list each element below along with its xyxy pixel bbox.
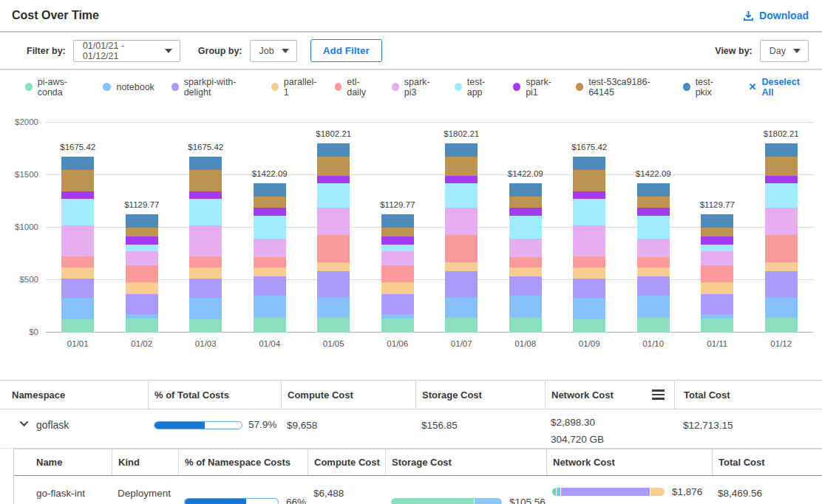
bar-segment-spark-pi3[interactable]: [445, 208, 478, 235]
bar-segment-notebook[interactable]: [637, 296, 670, 317]
bar-segment-spark-pi3[interactable]: [189, 225, 222, 256]
bar-segment-parallel-1[interactable]: [126, 282, 158, 294]
deselect-all-button[interactable]: ✕ Deselect All: [749, 77, 809, 98]
bar-segment-notebook[interactable]: [445, 297, 478, 318]
bar-segment-parallel-1[interactable]: [637, 268, 670, 276]
bar-segment-pi-aws-conda[interactable]: [637, 318, 670, 333]
bar-segment-spark-pi1[interactable]: [765, 176, 798, 183]
bar-segment-etl-daily[interactable]: [701, 265, 733, 282]
bar-segment-test-pkix[interactable]: [317, 143, 350, 157]
bar-segment-parallel-1[interactable]: [189, 268, 222, 278]
bar-segment-test-53ca9186-64145[interactable]: [381, 228, 414, 237]
bar-segment-test-app[interactable]: [637, 216, 670, 238]
bar-segment-pi-aws-conda[interactable]: [381, 319, 414, 333]
bar-segment-etl-daily[interactable]: [254, 257, 286, 268]
col-storage[interactable]: Storage Cost: [385, 449, 546, 475]
bar-segment-pi-aws-conda[interactable]: [573, 319, 605, 333]
collapse-chevron-icon[interactable]: [19, 420, 29, 427]
bar-segment-spark-pi1[interactable]: [637, 208, 670, 217]
bar-segment-test-53ca9186-64145[interactable]: [765, 157, 798, 176]
col-name[interactable]: Name: [14, 449, 112, 475]
bar-segment-test-app[interactable]: [254, 216, 286, 238]
bar-segment-spark-pi1[interactable]: [701, 236, 733, 245]
bar-segment-test-53ca9186-64145[interactable]: [317, 157, 350, 176]
bar-segment-parallel-1[interactable]: [445, 262, 478, 271]
add-filter-button[interactable]: Add Filter: [310, 39, 382, 62]
col-network[interactable]: Network Cost: [546, 449, 712, 475]
stacked-bar[interactable]: [189, 157, 222, 333]
bar-segment-sparkpi-with-delight[interactable]: [509, 276, 542, 296]
bar-segment-sparkpi-with-delight[interactable]: [61, 279, 94, 299]
bar-segment-test-pkix[interactable]: [254, 183, 286, 197]
stacked-bar[interactable]: [61, 157, 94, 333]
bar-segment-pi-aws-conda[interactable]: [317, 318, 350, 333]
legend-item-etl-daily[interactable]: etl-daily: [335, 77, 376, 98]
bar-segment-spark-pi1[interactable]: [61, 191, 94, 199]
bar-segment-spark-pi1[interactable]: [573, 191, 605, 199]
bar-segment-pi-aws-conda[interactable]: [189, 319, 222, 333]
bar-segment-parallel-1[interactable]: [61, 268, 94, 278]
bar-segment-pi-aws-conda[interactable]: [126, 319, 158, 333]
bar-segment-etl-daily[interactable]: [765, 235, 798, 262]
bar-segment-pi-aws-conda[interactable]: [765, 318, 798, 333]
bar-segment-notebook[interactable]: [509, 296, 542, 317]
stacked-bar[interactable]: [126, 214, 158, 333]
bar-segment-parallel-1[interactable]: [509, 268, 542, 276]
bar-segment-spark-pi1[interactable]: [317, 176, 350, 183]
bar-segment-test-pkix[interactable]: [381, 214, 414, 228]
bar-segment-etl-daily[interactable]: [381, 265, 414, 282]
bar-segment-test-pkix[interactable]: [61, 157, 94, 170]
bar-segment-test-app[interactable]: [573, 199, 605, 225]
bar-segment-etl-daily[interactable]: [61, 256, 94, 268]
bar-segment-test-pkix[interactable]: [189, 157, 222, 170]
bar-segment-pi-aws-conda[interactable]: [509, 318, 542, 333]
bar-segment-test-53ca9186-64145[interactable]: [445, 157, 478, 176]
bar-segment-test-53ca9186-64145[interactable]: [509, 197, 542, 208]
bar-segment-test-app[interactable]: [701, 245, 733, 251]
bar-segment-spark-pi3[interactable]: [765, 208, 798, 235]
bar-segment-test-app[interactable]: [765, 183, 798, 208]
bar-segment-etl-daily[interactable]: [189, 256, 222, 268]
bar-segment-notebook[interactable]: [317, 297, 350, 318]
stacked-bar[interactable]: [765, 143, 798, 333]
bar-segment-test-53ca9186-64145[interactable]: [254, 197, 286, 208]
stacked-bar[interactable]: [317, 143, 350, 333]
bar-segment-spark-pi3[interactable]: [701, 251, 733, 266]
legend-item-sparkpi-with-delight[interactable]: sparkpi-with-delight: [171, 77, 254, 98]
bar-segment-spark-pi3[interactable]: [61, 225, 94, 256]
bar-segment-parallel-1[interactable]: [381, 282, 414, 294]
bar-segment-sparkpi-with-delight[interactable]: [126, 294, 158, 314]
bar-segment-sparkpi-with-delight[interactable]: [189, 279, 222, 299]
bar-segment-sparkpi-with-delight[interactable]: [254, 276, 286, 296]
bar-segment-sparkpi-with-delight[interactable]: [381, 294, 414, 314]
view-by-select[interactable]: Day: [760, 40, 809, 62]
legend-item-spark-pi3[interactable]: spark-pi3: [392, 77, 438, 98]
bar-segment-test-pkix[interactable]: [637, 183, 670, 197]
col-namespace[interactable]: Namespace: [0, 381, 148, 409]
legend-item-notebook[interactable]: notebook: [103, 82, 154, 92]
bar-segment-test-app[interactable]: [126, 245, 158, 251]
bar-segment-etl-daily[interactable]: [637, 257, 670, 268]
legend-item-pi-aws-conda[interactable]: pi-aws-conda: [25, 77, 86, 98]
bar-segment-test-pkix[interactable]: [126, 214, 158, 228]
legend-item-spark-pi1[interactable]: spark-pi1: [513, 77, 559, 98]
bar-segment-spark-pi1[interactable]: [126, 236, 158, 245]
bar-segment-test-app[interactable]: [445, 183, 478, 208]
bar-segment-spark-pi1[interactable]: [189, 191, 222, 199]
col-storage[interactable]: Storage Cost: [415, 381, 545, 409]
col-pct-namespace[interactable]: % of Namespace Costs: [178, 449, 308, 475]
bar-segment-test-53ca9186-64145[interactable]: [126, 228, 158, 237]
bar-segment-test-53ca9186-64145[interactable]: [637, 197, 670, 208]
bar-segment-spark-pi3[interactable]: [381, 251, 414, 266]
bar-segment-test-app[interactable]: [61, 199, 94, 225]
bar-segment-parallel-1[interactable]: [317, 262, 350, 271]
stacked-bar[interactable]: [509, 183, 542, 333]
bar-segment-spark-pi1[interactable]: [445, 176, 478, 183]
bar-segment-notebook[interactable]: [765, 297, 798, 318]
legend-item-parallel-1[interactable]: parallel-1: [271, 77, 317, 98]
bar-segment-test-pkix[interactable]: [509, 183, 542, 197]
bar-segment-parallel-1[interactable]: [573, 268, 605, 278]
stacked-bar[interactable]: [445, 143, 478, 333]
download-button[interactable]: Download: [743, 10, 809, 21]
bar-segment-spark-pi3[interactable]: [637, 239, 670, 257]
